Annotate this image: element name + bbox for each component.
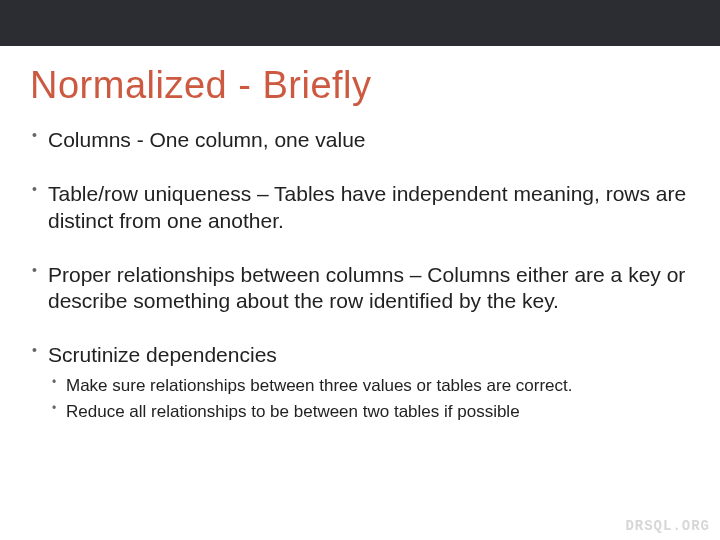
bullet-list: Columns - One column, one value Table/ro…	[30, 127, 690, 423]
bullet-text: Proper relationships between columns – C…	[48, 263, 685, 312]
list-item: Make sure relationships between three va…	[48, 375, 690, 397]
sub-bullet-list: Make sure relationships between three va…	[48, 375, 690, 423]
list-item: Table/row uniqueness – Tables have indep…	[30, 181, 690, 234]
bullet-text: Table/row uniqueness – Tables have indep…	[48, 182, 686, 231]
list-item: Scrutinize dependencies Make sure relati…	[30, 342, 690, 422]
top-bar	[0, 0, 720, 46]
list-item: Columns - One column, one value	[30, 127, 690, 153]
list-item: Reduce all relationships to be between t…	[48, 401, 690, 423]
list-item: Proper relationships between columns – C…	[30, 262, 690, 315]
sub-bullet-text: Reduce all relationships to be between t…	[66, 402, 520, 421]
slide-title: Normalized - Briefly	[30, 64, 690, 107]
watermark: DRSQL.ORG	[625, 518, 710, 534]
slide-content: Normalized - Briefly Columns - One colum…	[0, 46, 720, 423]
bullet-text: Scrutinize dependencies	[48, 343, 277, 366]
sub-bullet-text: Make sure relationships between three va…	[66, 376, 572, 395]
bullet-text: Columns - One column, one value	[48, 128, 366, 151]
